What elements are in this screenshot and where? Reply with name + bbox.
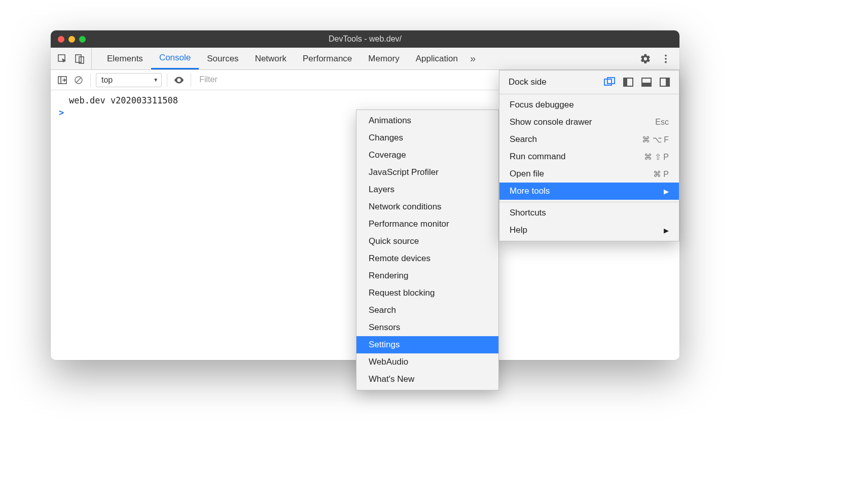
tab-console[interactable]: Console	[151, 48, 199, 69]
menu-item-search[interactable]: Search ⌘ ⌥ F	[499, 131, 679, 148]
dock-side-label: Dock side	[509, 77, 547, 87]
submenu-item-label: Quick source	[369, 236, 419, 246]
svg-rect-1	[76, 55, 81, 62]
submenu-item-request-blocking[interactable]: Request blocking	[356, 284, 498, 302]
menu-item-shortcut: ⌘ ⇧ P	[644, 152, 669, 162]
menu-item-focus-debuggee[interactable]: Focus debuggee	[499, 96, 679, 114]
live-expression-icon[interactable]	[172, 74, 186, 87]
submenu-item-performance-monitor[interactable]: Performance monitor	[356, 215, 498, 233]
minimize-window-button[interactable]	[68, 36, 75, 43]
tabs-row: Elements Console Sources Network Perform…	[51, 48, 679, 70]
menu-item-label: Help	[510, 225, 527, 235]
submenu-item-label: Request blocking	[369, 288, 435, 298]
titlebar: DevTools - web.dev/	[51, 30, 679, 48]
submenu-item-label: Rendering	[369, 271, 408, 281]
svg-rect-12	[624, 78, 627, 86]
submenu-item-label: Performance monitor	[369, 219, 449, 229]
tab-label: Sources	[207, 54, 238, 64]
submenu-item-whats-new[interactable]: What's New	[356, 371, 498, 388]
submenu-item-javascript-profiler[interactable]: JavaScript Profiler	[356, 164, 498, 181]
svg-point-3	[665, 54, 667, 56]
toggle-sidebar-icon[interactable]	[56, 74, 69, 87]
toggle-device-toolbar-icon[interactable]	[73, 52, 86, 65]
tab-network[interactable]: Network	[247, 48, 295, 69]
submenu-item-label: Search	[369, 305, 396, 315]
submenu-item-label: Changes	[369, 133, 403, 143]
submenu-item-label: Sensors	[369, 322, 400, 333]
svg-rect-16	[666, 78, 669, 86]
menu-item-label: Search	[510, 134, 537, 145]
tab-application[interactable]: Application	[408, 48, 466, 69]
devtools-window: DevTools - web.dev/ Elements Console Sou…	[51, 30, 679, 360]
zoom-window-button[interactable]	[79, 36, 86, 43]
tab-memory[interactable]: Memory	[360, 48, 407, 69]
dock-undock-icon[interactable]	[604, 77, 615, 87]
tab-label: Elements	[107, 54, 143, 64]
tab-sources[interactable]: Sources	[199, 48, 246, 69]
menu-item-label: Shortcuts	[510, 208, 546, 218]
chevron-down-icon: ▼	[153, 77, 158, 83]
menu-item-shortcut: ⌘ P	[653, 169, 669, 179]
window-title: DevTools - web.dev/	[51, 34, 679, 44]
tab-label: Performance	[303, 54, 352, 64]
submenu-item-search[interactable]: Search	[356, 302, 498, 319]
submenu-item-label: Remote devices	[369, 254, 430, 264]
svg-point-4	[665, 58, 667, 60]
menu-item-label: Focus debuggee	[510, 100, 574, 110]
separator	[167, 74, 167, 87]
menu-item-shortcuts[interactable]: Shortcuts	[499, 204, 679, 222]
submenu-item-layers[interactable]: Layers	[356, 181, 498, 198]
tab-label: Network	[255, 54, 286, 64]
filter-input[interactable]	[196, 73, 328, 87]
submenu-item-label: Settings	[369, 340, 400, 350]
menu-item-label: Show console drawer	[510, 117, 592, 127]
submenu-item-settings[interactable]: Settings	[356, 336, 498, 353]
kebab-menu-icon[interactable]	[659, 52, 672, 65]
submenu-item-coverage[interactable]: Coverage	[356, 147, 498, 164]
menu-item-open-file[interactable]: Open file ⌘ P	[499, 165, 679, 183]
submenu-item-remote-devices[interactable]: Remote devices	[356, 250, 498, 267]
dock-bottom-icon[interactable]	[641, 78, 652, 87]
submenu-item-quick-source[interactable]: Quick source	[356, 233, 498, 250]
svg-point-5	[665, 61, 667, 63]
clear-console-icon[interactable]	[72, 74, 85, 87]
main-menu: Dock side Focus debuggee	[499, 70, 679, 241]
dock-side-row: Dock side	[499, 70, 679, 94]
tab-elements[interactable]: Elements	[99, 48, 151, 69]
more-tabs-button[interactable]: »	[466, 48, 480, 69]
submenu-item-webaudio[interactable]: WebAudio	[356, 353, 498, 371]
menu-item-run-command[interactable]: Run command ⌘ ⇧ P	[499, 148, 679, 165]
traffic-lights	[58, 36, 86, 43]
prompt-caret-icon: >	[59, 107, 64, 118]
submenu-item-label: JavaScript Profiler	[369, 167, 439, 177]
chevrons-right-icon: »	[470, 53, 476, 64]
tab-label: Application	[416, 54, 458, 64]
submenu-item-label: Coverage	[369, 150, 406, 160]
submenu-item-label: Network conditions	[369, 202, 442, 212]
submenu-item-network-conditions[interactable]: Network conditions	[356, 198, 498, 215]
menu-item-more-tools[interactable]: More tools ▶	[499, 183, 679, 200]
menu-item-help[interactable]: Help ▶	[499, 222, 679, 239]
dock-left-icon[interactable]	[623, 78, 633, 87]
submenu-item-animations[interactable]: Animations	[356, 112, 498, 129]
context-select[interactable]: top ▼	[96, 73, 162, 87]
tab-label: Console	[159, 53, 191, 63]
separator	[191, 74, 191, 87]
inspect-element-icon[interactable]	[56, 52, 69, 65]
submenu-item-label: Animations	[369, 116, 411, 126]
menu-item-label: More tools	[510, 186, 550, 196]
tab-label: Memory	[368, 54, 399, 64]
svg-point-8	[178, 79, 180, 81]
separator	[90, 74, 91, 87]
submenu-item-rendering[interactable]: Rendering	[356, 267, 498, 284]
submenu-item-changes[interactable]: Changes	[356, 129, 498, 147]
submenu-item-label: WebAudio	[369, 357, 408, 367]
tab-performance[interactable]: Performance	[295, 48, 360, 69]
dock-right-icon[interactable]	[660, 78, 670, 87]
submenu-item-label: Layers	[369, 185, 394, 195]
close-window-button[interactable]	[58, 36, 64, 43]
menu-item-show-console-drawer[interactable]: Show console drawer Esc	[499, 114, 679, 131]
more-tools-submenu: Animations Changes Coverage JavaScript P…	[356, 110, 499, 390]
settings-icon[interactable]	[639, 52, 652, 65]
submenu-item-sensors[interactable]: Sensors	[356, 319, 498, 336]
